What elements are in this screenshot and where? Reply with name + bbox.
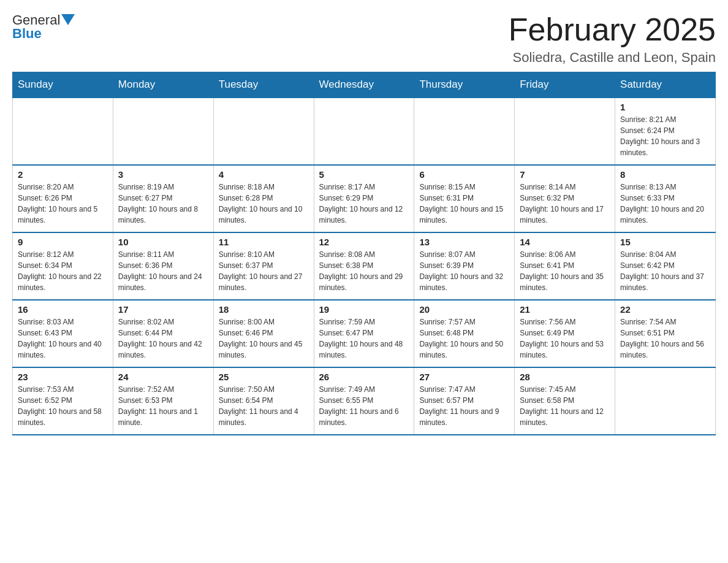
table-row: 15Sunrise: 8:04 AM Sunset: 6:42 PM Dayli…	[615, 232, 716, 300]
day-info: Sunrise: 8:02 AM Sunset: 6:44 PM Dayligh…	[118, 316, 208, 361]
page-header: General Blue February 2025 Soliedra, Cas…	[12, 12, 716, 66]
table-row: 2Sunrise: 8:20 AM Sunset: 6:26 PM Daylig…	[13, 165, 113, 232]
day-number: 9	[18, 237, 108, 247]
table-row: 20Sunrise: 7:57 AM Sunset: 6:48 PM Dayli…	[414, 300, 515, 367]
table-row: 13Sunrise: 8:07 AM Sunset: 6:39 PM Dayli…	[414, 232, 515, 300]
table-row	[314, 98, 414, 165]
table-row: 28Sunrise: 7:45 AM Sunset: 6:58 PM Dayli…	[515, 367, 615, 435]
day-info: Sunrise: 8:04 AM Sunset: 6:42 PM Dayligh…	[620, 249, 710, 293]
day-number: 11	[219, 237, 309, 247]
table-row: 12Sunrise: 8:08 AM Sunset: 6:38 PM Dayli…	[314, 232, 414, 300]
day-number: 3	[118, 169, 208, 180]
day-info: Sunrise: 7:49 AM Sunset: 6:55 PM Dayligh…	[319, 384, 409, 428]
table-row: 6Sunrise: 8:15 AM Sunset: 6:31 PM Daylig…	[414, 165, 515, 232]
week-row-5: 23Sunrise: 7:53 AM Sunset: 6:52 PM Dayli…	[13, 367, 716, 435]
day-info: Sunrise: 8:10 AM Sunset: 6:37 PM Dayligh…	[219, 249, 309, 293]
table-row	[515, 98, 615, 165]
day-info: Sunrise: 8:00 AM Sunset: 6:46 PM Dayligh…	[219, 316, 309, 361]
day-number: 15	[620, 237, 710, 247]
day-info: Sunrise: 8:17 AM Sunset: 6:29 PM Dayligh…	[319, 182, 409, 226]
day-info: Sunrise: 7:59 AM Sunset: 6:47 PM Dayligh…	[319, 316, 409, 361]
week-row-3: 9Sunrise: 8:12 AM Sunset: 6:34 PM Daylig…	[13, 232, 716, 300]
day-number: 1	[620, 102, 710, 112]
table-row: 14Sunrise: 8:06 AM Sunset: 6:41 PM Dayli…	[515, 232, 615, 300]
col-monday: Monday	[113, 72, 213, 98]
day-number: 24	[118, 372, 208, 382]
day-number: 14	[520, 237, 610, 247]
table-row	[113, 98, 213, 165]
table-row	[414, 98, 515, 165]
table-row	[13, 98, 113, 165]
table-row: 9Sunrise: 8:12 AM Sunset: 6:34 PM Daylig…	[13, 232, 113, 300]
day-number: 17	[118, 304, 208, 315]
day-number: 22	[620, 304, 710, 315]
day-info: Sunrise: 7:53 AM Sunset: 6:52 PM Dayligh…	[18, 384, 108, 428]
day-number: 10	[118, 237, 208, 247]
table-row	[615, 367, 716, 435]
table-row: 5Sunrise: 8:17 AM Sunset: 6:29 PM Daylig…	[314, 165, 414, 232]
day-number: 16	[18, 304, 108, 315]
day-number: 21	[520, 304, 610, 315]
day-info: Sunrise: 7:50 AM Sunset: 6:54 PM Dayligh…	[219, 384, 309, 428]
day-info: Sunrise: 7:54 AM Sunset: 6:51 PM Dayligh…	[620, 316, 710, 361]
day-info: Sunrise: 7:45 AM Sunset: 6:58 PM Dayligh…	[520, 384, 610, 428]
day-info: Sunrise: 8:07 AM Sunset: 6:39 PM Dayligh…	[419, 249, 509, 293]
day-info: Sunrise: 8:15 AM Sunset: 6:31 PM Dayligh…	[419, 182, 509, 226]
day-info: Sunrise: 8:08 AM Sunset: 6:38 PM Dayligh…	[319, 249, 409, 293]
table-row: 26Sunrise: 7:49 AM Sunset: 6:55 PM Dayli…	[314, 367, 414, 435]
day-number: 19	[319, 304, 409, 315]
day-number: 13	[419, 237, 509, 247]
day-info: Sunrise: 7:47 AM Sunset: 6:57 PM Dayligh…	[419, 384, 509, 428]
day-info: Sunrise: 7:56 AM Sunset: 6:49 PM Dayligh…	[520, 316, 610, 361]
location-subtitle: Soliedra, Castille and Leon, Spain	[509, 50, 716, 66]
day-info: Sunrise: 8:19 AM Sunset: 6:27 PM Dayligh…	[118, 182, 208, 226]
table-row: 1Sunrise: 8:21 AM Sunset: 6:24 PM Daylig…	[615, 98, 716, 165]
day-number: 26	[319, 372, 409, 382]
calendar-header-row: Sunday Monday Tuesday Wednesday Thursday…	[13, 72, 716, 98]
col-thursday: Thursday	[414, 72, 515, 98]
day-number: 2	[18, 169, 108, 180]
col-sunday: Sunday	[13, 72, 113, 98]
day-info: Sunrise: 8:11 AM Sunset: 6:36 PM Dayligh…	[118, 249, 208, 293]
day-info: Sunrise: 8:12 AM Sunset: 6:34 PM Dayligh…	[18, 249, 108, 293]
table-row: 18Sunrise: 8:00 AM Sunset: 6:46 PM Dayli…	[213, 300, 314, 367]
table-row: 19Sunrise: 7:59 AM Sunset: 6:47 PM Dayli…	[314, 300, 414, 367]
table-row: 10Sunrise: 8:11 AM Sunset: 6:36 PM Dayli…	[113, 232, 213, 300]
day-number: 4	[219, 169, 309, 180]
table-row: 4Sunrise: 8:18 AM Sunset: 6:28 PM Daylig…	[213, 165, 314, 232]
svg-marker-0	[61, 14, 75, 25]
day-info: Sunrise: 8:03 AM Sunset: 6:43 PM Dayligh…	[18, 316, 108, 361]
table-row	[213, 98, 314, 165]
table-row: 8Sunrise: 8:13 AM Sunset: 6:33 PM Daylig…	[615, 165, 716, 232]
day-number: 6	[419, 169, 509, 180]
col-friday: Friday	[515, 72, 615, 98]
day-number: 7	[520, 169, 610, 180]
week-row-1: 1Sunrise: 8:21 AM Sunset: 6:24 PM Daylig…	[13, 98, 716, 165]
day-info: Sunrise: 8:13 AM Sunset: 6:33 PM Dayligh…	[620, 182, 710, 226]
logo-blue: Blue	[12, 26, 42, 42]
day-info: Sunrise: 8:14 AM Sunset: 6:32 PM Dayligh…	[520, 182, 610, 226]
day-info: Sunrise: 8:20 AM Sunset: 6:26 PM Dayligh…	[18, 182, 108, 226]
logo: General Blue	[12, 12, 75, 42]
day-number: 25	[219, 372, 309, 382]
table-row: 24Sunrise: 7:52 AM Sunset: 6:53 PM Dayli…	[113, 367, 213, 435]
logo-triangle-icon	[61, 14, 75, 25]
day-info: Sunrise: 8:21 AM Sunset: 6:24 PM Dayligh…	[620, 114, 710, 158]
day-number: 5	[319, 169, 409, 180]
month-title: February 2025	[509, 12, 716, 47]
table-row: 3Sunrise: 8:19 AM Sunset: 6:27 PM Daylig…	[113, 165, 213, 232]
day-number: 27	[419, 372, 509, 382]
day-number: 20	[419, 304, 509, 315]
day-number: 12	[319, 237, 409, 247]
table-row: 17Sunrise: 8:02 AM Sunset: 6:44 PM Dayli…	[113, 300, 213, 367]
table-row: 11Sunrise: 8:10 AM Sunset: 6:37 PM Dayli…	[213, 232, 314, 300]
table-row: 21Sunrise: 7:56 AM Sunset: 6:49 PM Dayli…	[515, 300, 615, 367]
table-row: 22Sunrise: 7:54 AM Sunset: 6:51 PM Dayli…	[615, 300, 716, 367]
day-number: 23	[18, 372, 108, 382]
table-row: 16Sunrise: 8:03 AM Sunset: 6:43 PM Dayli…	[13, 300, 113, 367]
title-block: February 2025 Soliedra, Castille and Leo…	[509, 12, 716, 66]
day-number: 28	[520, 372, 610, 382]
week-row-4: 16Sunrise: 8:03 AM Sunset: 6:43 PM Dayli…	[13, 300, 716, 367]
day-info: Sunrise: 7:57 AM Sunset: 6:48 PM Dayligh…	[419, 316, 509, 361]
col-wednesday: Wednesday	[314, 72, 414, 98]
